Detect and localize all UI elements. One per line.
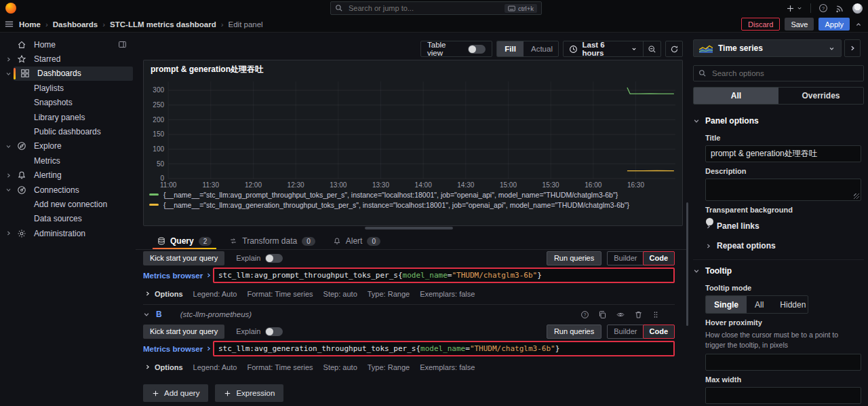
repeat-options-section[interactable]: Repeat options xyxy=(705,238,864,253)
options-search[interactable] xyxy=(693,65,864,81)
explain-toggle[interactable] xyxy=(265,254,283,263)
add-query-button[interactable]: Add query xyxy=(143,384,208,402)
drag-handle-icon[interactable] xyxy=(652,310,660,319)
query-help-icon[interactable]: ? xyxy=(580,310,589,319)
panel-links-section[interactable]: Panel links xyxy=(705,219,864,234)
sidebar-item-library-panels[interactable]: Library panels xyxy=(0,110,136,124)
sidebar-item-connections[interactable]: Connections xyxy=(0,183,136,197)
sidebar-item-add-new-connection[interactable]: Add new connection xyxy=(0,197,136,211)
fill-button[interactable]: Fill xyxy=(497,41,524,56)
breadcrumb-dashboard-name[interactable]: STC-LLM metrics dashboard xyxy=(110,20,216,29)
tab-alert[interactable]: Alert 0 xyxy=(326,233,387,249)
legend-item[interactable]: {__name__="stc_llm:avg_generation_throug… xyxy=(149,200,677,210)
tab-transform-data[interactable]: Transform data 0 xyxy=(222,233,321,249)
delete-query-trash-icon[interactable] xyxy=(634,310,643,319)
search-input[interactable] xyxy=(347,3,500,13)
dock-menu-icon[interactable] xyxy=(118,40,127,49)
hover-proximity-input[interactable] xyxy=(705,354,861,371)
tooltip-section-header[interactable]: Tooltip xyxy=(693,263,864,279)
builder-button[interactable]: Builder xyxy=(608,252,643,265)
visualization-picker[interactable]: Time series xyxy=(693,39,842,57)
chevron-down-icon[interactable] xyxy=(3,69,14,78)
tooltip-mode-hidden[interactable]: Hidden xyxy=(772,296,808,313)
options-pane-scrollbar[interactable] xyxy=(686,202,688,326)
breadcrumb-home[interactable]: Home xyxy=(19,20,41,29)
zoom-out-time-button[interactable] xyxy=(643,41,660,56)
promql-code-input[interactable]: stc_llm:avg_generation_throughput_toks_p… xyxy=(213,341,675,356)
legend-item[interactable]: {__name__="stc_llm:avg_prompt_throughput… xyxy=(149,189,677,200)
tooltip-mode-all[interactable]: All xyxy=(747,296,772,313)
chevron-down-icon[interactable] xyxy=(3,141,14,151)
query-b-header[interactable]: B (stc-llm-prometheus) ? xyxy=(143,307,675,322)
chevron-right-icon[interactable] xyxy=(3,54,14,64)
run-queries-button[interactable]: Run queries xyxy=(547,325,601,339)
metrics-browser-link[interactable]: Metrics browser xyxy=(143,345,213,353)
breadcrumb-dashboards[interactable]: Dashboards xyxy=(53,20,98,29)
global-search[interactable]: ctrl+k xyxy=(330,1,542,15)
tooltip-mode-single[interactable]: Single xyxy=(706,296,747,313)
svg-text:15:30: 15:30 xyxy=(542,181,560,189)
chart-plot[interactable]: 11:0011:3012:0012:3013:0013:3014:0014:30… xyxy=(148,77,678,189)
kick-start-query-button[interactable]: Kick start your query xyxy=(143,251,224,265)
explain-toggle[interactable] xyxy=(265,327,283,336)
code-button[interactable]: Code xyxy=(643,325,675,339)
table-view-toggle[interactable] xyxy=(468,45,486,54)
collapse-header-button[interactable] xyxy=(854,20,863,29)
news-button[interactable] xyxy=(835,3,845,13)
sidebar-item-alerting[interactable]: Alerting xyxy=(0,168,136,183)
kick-start-query-button[interactable]: Kick start your query xyxy=(143,325,224,339)
chevron-down-icon[interactable] xyxy=(3,185,14,195)
discard-button[interactable]: Discard xyxy=(741,18,780,31)
promql-code-input[interactable]: stc_llm:avg_prompt_throughput_toks_per_s… xyxy=(213,267,675,283)
options-search-input[interactable] xyxy=(711,69,859,78)
max-width-input[interactable] xyxy=(705,387,861,404)
legend-label[interactable]: {__name__="stc_llm:avg_generation_throug… xyxy=(163,201,629,209)
textarea-resize-handle[interactable] xyxy=(854,193,859,199)
sidebar-item-data-sources[interactable]: Data sources xyxy=(0,212,136,226)
new-menu-button[interactable] xyxy=(786,4,803,13)
all-tab[interactable]: All xyxy=(694,88,778,104)
panel-title-input[interactable] xyxy=(705,145,861,162)
chevron-right-icon[interactable] xyxy=(3,170,14,180)
tab-query[interactable]: Query 2 xyxy=(151,233,218,249)
code-button[interactable]: Code xyxy=(643,251,675,265)
chevron-down-icon[interactable] xyxy=(143,311,150,318)
hide-response-eye-icon[interactable] xyxy=(616,310,625,319)
time-range-button[interactable]: Last 6 hours xyxy=(564,41,642,57)
sidebar-item-metrics[interactable]: Metrics xyxy=(0,153,136,168)
sidebar-item-public-dashboards[interactable]: Public dashboards xyxy=(0,124,136,139)
user-avatar[interactable] xyxy=(852,3,863,14)
sidebar-item-dashboards[interactable]: Dashboards xyxy=(0,67,136,81)
options-expander[interactable]: Options xyxy=(144,290,183,298)
sidebar-item-snapshots[interactable]: Snapshots xyxy=(0,96,136,110)
collapse-options-pane-button[interactable] xyxy=(844,39,861,57)
legend-label[interactable]: {__name__="stc_llm:avg_prompt_throughput… xyxy=(163,191,618,199)
apply-button[interactable]: Apply xyxy=(818,18,850,31)
chart-area[interactable]: 11:0011:3012:0012:3013:0013:3014:0014:30… xyxy=(144,77,682,189)
sidebar-item-administration[interactable]: Administration xyxy=(0,226,136,240)
run-queries-button[interactable]: Run queries xyxy=(547,251,601,265)
panel-title[interactable]: prompt & generation处理吞吐 xyxy=(144,60,682,77)
builder-button[interactable]: Builder xyxy=(608,325,643,338)
mega-menu-button[interactable] xyxy=(4,19,14,29)
help-button[interactable]: ? xyxy=(818,3,828,13)
sidebar-item-explore[interactable]: Explore xyxy=(0,139,136,153)
sidebar-item-playlists[interactable]: Playlists xyxy=(0,81,136,95)
actual-button[interactable]: Actual xyxy=(524,41,559,56)
panel-options-section-header[interactable]: Panel options xyxy=(693,113,864,129)
panel-description-textarea[interactable] xyxy=(705,179,861,201)
options-expander[interactable]: Options xyxy=(144,363,183,371)
sidebar-item-home[interactable]: Home xyxy=(0,37,136,52)
sidebar-item-starred[interactable]: Starred xyxy=(0,52,136,66)
overrides-tab[interactable]: Overrides xyxy=(778,88,863,104)
pane-resize-handle[interactable] xyxy=(365,227,453,229)
chevron-right-icon[interactable] xyxy=(3,229,14,238)
grafana-logo-icon[interactable] xyxy=(5,3,16,14)
metrics-browser-link[interactable]: Metrics browser xyxy=(143,272,213,280)
svg-text:100: 100 xyxy=(153,145,164,153)
refresh-button[interactable] xyxy=(665,41,683,57)
duplicate-query-icon[interactable] xyxy=(598,310,607,319)
add-expression-button[interactable]: Expression xyxy=(215,384,283,402)
option-exemplars: Exemplars: false xyxy=(420,363,475,371)
save-button[interactable]: Save xyxy=(785,18,814,31)
